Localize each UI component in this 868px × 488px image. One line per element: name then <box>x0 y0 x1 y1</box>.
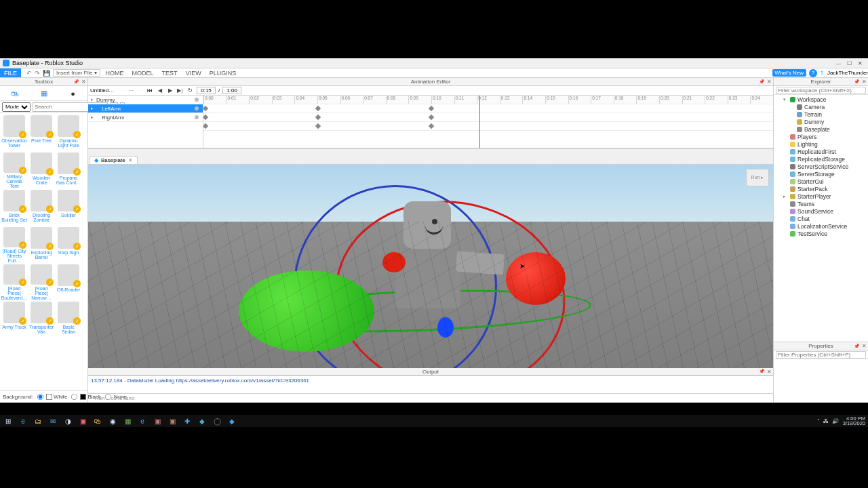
file-menu[interactable]: FILE <box>0 68 21 77</box>
pin-icon[interactable]: 📌 <box>73 79 79 85</box>
keyframe[interactable] <box>428 115 433 120</box>
keyframe[interactable] <box>203 115 208 120</box>
ribbon-tab[interactable]: TEST <box>162 70 178 77</box>
goto-start-button[interactable]: ⏮ <box>146 87 153 94</box>
app-icon[interactable]: ✚ <box>182 416 193 426</box>
next-key-button[interactable]: ▶| <box>176 87 184 94</box>
keyframe[interactable] <box>203 123 208 129</box>
track-row[interactable]: ▸Dummy <box>88 96 203 104</box>
ribbon-tab[interactable]: VIEW <box>186 70 201 77</box>
track-list[interactable]: ▸Dummy▸LeftArm▸RightArm <box>88 96 203 148</box>
keyframe[interactable] <box>428 123 433 129</box>
edge-icon[interactable]: e <box>18 416 28 426</box>
close-icon[interactable]: ✕ <box>767 369 772 375</box>
asset-item[interactable]: Basic Sedan <box>55 301 82 338</box>
explorer-node[interactable]: ServerScriptService <box>775 163 867 170</box>
asset-item[interactable]: Observation Tower <box>1 115 28 152</box>
timeline-scrollbar[interactable] <box>88 148 773 155</box>
explorer-node[interactable]: Players <box>775 133 867 140</box>
explorer-node[interactable]: Terrain <box>775 110 867 118</box>
asset-item[interactable]: Propane Gas Cont… <box>55 152 82 189</box>
asset-item[interactable]: Soldier <box>55 189 82 226</box>
network-icon[interactable]: 🖧 <box>823 418 829 424</box>
track-row[interactable]: ▸RightArm <box>88 113 203 122</box>
store-icon[interactable]: 🛍 <box>92 416 103 426</box>
asset-item[interactable]: Army Truck <box>1 301 28 338</box>
explorer-node[interactable]: Baseplate <box>775 125 867 133</box>
handle-y[interactable] <box>437 317 454 338</box>
asset-item[interactable]: Brick Building Set <box>1 189 28 226</box>
app-icon[interactable]: ▣ <box>77 416 88 426</box>
volume-icon[interactable]: 🔊 <box>832 418 839 424</box>
save-button[interactable]: 💾 <box>43 70 50 77</box>
asset-item[interactable]: Off-Roader <box>55 264 82 301</box>
start-button[interactable]: ⊞ <box>3 416 14 426</box>
redo-button[interactable]: ↷ <box>35 70 40 77</box>
asset-item[interactable]: Dynamic Light Pole <box>55 115 82 152</box>
steam-icon[interactable]: ◑ <box>62 416 73 426</box>
play-button[interactable]: ▶ <box>166 87 174 94</box>
explorer-node[interactable]: LocalizationService <box>775 222 867 230</box>
chrome-icon[interactable]: ◉ <box>107 416 118 426</box>
keyframe[interactable] <box>315 106 321 111</box>
viewport-3d[interactable]: ➤ Run ▸ <box>88 165 773 368</box>
tray-chevron-icon[interactable]: ˄ <box>817 418 820 424</box>
explorer-node[interactable]: ReplicatedFirst <box>775 148 867 155</box>
explorer-tree[interactable]: ▾WorkspaceCameraTerrainDummyBaseplatePla… <box>774 95 868 342</box>
share-icon[interactable]: ⇪ <box>820 70 825 76</box>
close-window-button[interactable]: ✕ <box>854 60 865 66</box>
explorer-node[interactable]: Teams <box>775 200 867 207</box>
time-total-input[interactable] <box>222 87 241 94</box>
asset-item[interactable]: [Road Piece] Narrow… <box>28 264 55 301</box>
document-tab[interactable]: ◆ Baseplate ✕ <box>90 156 138 164</box>
asset-item[interactable]: Military Canvas Tent <box>1 152 28 189</box>
bg-option-white[interactable]: White <box>36 392 67 401</box>
explorer-node[interactable]: TestService <box>775 230 867 237</box>
asset-item[interactable]: Wooden Crate <box>28 152 55 189</box>
asset-item[interactable]: Transporter Van <box>28 301 55 338</box>
explorer-node[interactable]: Camera <box>775 103 867 110</box>
app-icon[interactable]: ▣ <box>167 416 178 426</box>
track-row[interactable]: ▸LeftArm <box>88 104 203 113</box>
close-icon[interactable]: ✕ <box>81 79 86 85</box>
asset-item[interactable]: Stop Sign <box>55 226 82 264</box>
app-icon[interactable]: ▣ <box>152 416 163 426</box>
explorer-node[interactable]: StarterPack <box>775 185 867 192</box>
clip-name[interactable]: Untitled… <box>90 87 125 94</box>
prev-key-button[interactable]: ◀ <box>156 87 163 94</box>
properties-filter-input[interactable] <box>776 351 866 359</box>
mail-icon[interactable]: ✉ <box>47 416 58 426</box>
handle-z[interactable] <box>239 270 374 352</box>
help-button[interactable]: ? <box>809 69 817 77</box>
explorer-node[interactable]: ServerStorage <box>775 170 867 178</box>
keyframe[interactable] <box>203 106 208 111</box>
maximize-button[interactable]: ☐ <box>844 60 854 66</box>
insert-from-file[interactable]: Insert from File ▾ <box>53 69 100 77</box>
windows-taskbar[interactable]: ⊞ e 🗂 ✉ ◑ ▣ 🛍 ◉ ▦ e ▣ ▣ ✚ ◆ ◯ ◆ ˄ 🖧 🔊 4:… <box>0 415 868 427</box>
close-icon[interactable]: ✕ <box>862 79 867 85</box>
minimize-button[interactable]: — <box>833 60 844 66</box>
taskbar-clock[interactable]: 4:00 PM3/19/2020 <box>843 416 865 426</box>
explorer-node[interactable]: Chat <box>775 215 867 222</box>
explorer-node[interactable]: Lighting <box>775 140 867 148</box>
explorer-node[interactable]: ReplicatedStorage <box>775 155 867 163</box>
ribbon-tab[interactable]: MODEL <box>132 70 154 77</box>
explorer-node[interactable]: ▾Workspace <box>775 96 867 103</box>
loop-button[interactable]: ↻ <box>186 87 194 94</box>
asset-item[interactable]: Pine Tree <box>28 115 55 152</box>
inventory-icon[interactable]: ▦ <box>39 89 49 98</box>
time-current-input[interactable] <box>197 87 216 94</box>
username-label[interactable]: JackTheThunder <box>827 70 868 76</box>
timeline[interactable]: 0:000:010:020:030:040:050:060:070:080:09… <box>203 96 773 148</box>
ribbon-tab[interactable]: HOME <box>106 70 124 77</box>
toolbox-category-select[interactable]: Models <box>2 102 31 112</box>
roblox-studio-icon[interactable]: ◆ <box>226 416 237 426</box>
handle-x[interactable] <box>506 252 566 305</box>
explorer-filter-input[interactable] <box>776 87 866 94</box>
app-icon[interactable]: ◆ <box>197 416 208 426</box>
whats-new-button[interactable]: What's New <box>772 69 806 77</box>
undo-button[interactable]: ↶ <box>26 70 32 77</box>
explorer-node[interactable]: StarterGui <box>775 178 867 185</box>
keyframe[interactable] <box>315 115 321 120</box>
explorer-node[interactable]: Dummy <box>775 118 867 125</box>
